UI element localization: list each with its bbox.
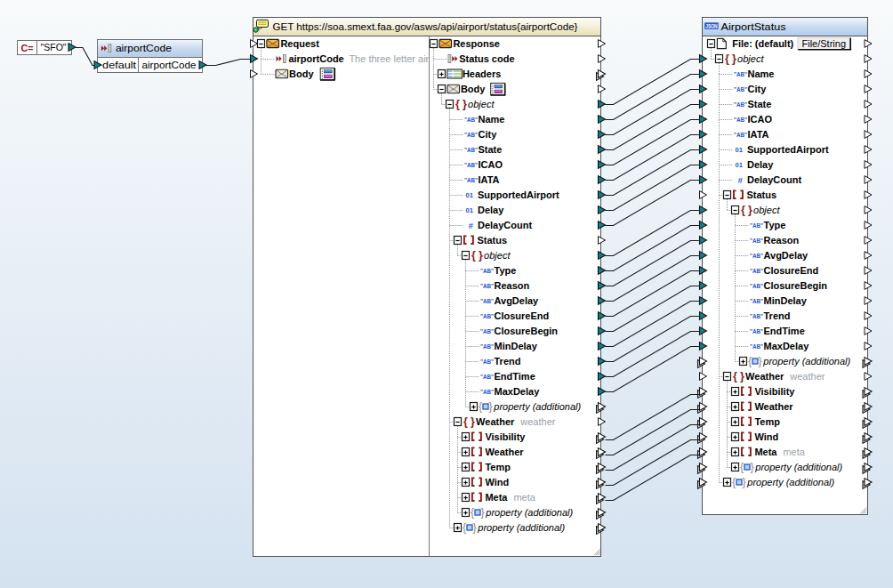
svg-text:EndTime: EndTime [495, 371, 535, 382]
svg-text:"AB": "AB" [480, 312, 494, 320]
svg-text:default: default [102, 60, 136, 70]
svg-text:"AB": "AB" [750, 237, 763, 245]
svg-text:AvgDelay: AvgDelay [764, 250, 809, 261]
svg-text:IATA: IATA [479, 174, 500, 185]
svg-text:"AB": "AB" [750, 252, 763, 260]
svg-text:Wind: Wind [485, 477, 509, 487]
svg-text:property (additional): property (additional) [477, 522, 565, 533]
svg-text:"AB": "AB" [750, 327, 763, 335]
svg-text:{: { [471, 506, 474, 519]
svg-text:Delay: Delay [478, 205, 504, 215]
svg-text:Status code: Status code [459, 53, 514, 64]
svg-text:Wind: Wind [754, 431, 778, 442]
svg-text:{: { [732, 476, 736, 488]
svg-text:ICAO: ICAO [479, 159, 503, 170]
svg-text:01: 01 [466, 191, 474, 199]
svg-text:"AB": "AB" [734, 101, 747, 109]
svg-text:Visibility: Visibility [754, 386, 795, 397]
svg-text:"AB": "AB" [480, 342, 494, 350]
svg-text:"AB": "AB" [750, 267, 763, 275]
svg-text:Trend: Trend [495, 356, 521, 366]
svg-text:IATA: IATA [748, 129, 769, 140]
svg-text:"AB": "AB" [750, 342, 763, 350]
svg-text:"AB": "AB" [480, 267, 494, 275]
svg-text:{: { [463, 521, 466, 534]
svg-text:object: object [484, 250, 511, 261]
svg-text:property (additional): property (additional) [746, 477, 834, 487]
svg-text:AvgDelay: AvgDelay [495, 295, 540, 306]
svg-text:MinDelay: MinDelay [495, 341, 538, 351]
svg-text:"AB": "AB" [734, 85, 747, 93]
svg-text:Temp: Temp [485, 462, 511, 472]
svg-text:"AB": "AB" [480, 388, 494, 396]
svg-text:}: } [751, 461, 754, 473]
svg-text:Reason: Reason [495, 280, 530, 291]
svg-text:object: object [737, 53, 764, 64]
svg-text:"AB": "AB" [734, 70, 747, 78]
svg-text:}: } [479, 249, 483, 262]
svg-text:AirportStatus: AirportStatus [721, 21, 787, 32]
svg-text:}: } [481, 506, 485, 519]
svg-text:property (additional): property (additional) [493, 401, 581, 412]
svg-text:airportCode: airportCode [116, 43, 172, 53]
svg-text:{: { [725, 52, 729, 65]
svg-text:Request: Request [280, 38, 319, 49]
svg-text:Response: Response [453, 38, 500, 49]
svg-text:File: (default): File: (default) [732, 38, 793, 49]
svg-text:object: object [753, 205, 780, 215]
svg-text:Weather: Weather [754, 401, 793, 412]
svg-text:"AB": "AB" [464, 116, 478, 124]
svg-text:"SFO": "SFO" [41, 42, 67, 52]
svg-text:01: 01 [736, 146, 744, 154]
svg-text:MaxDelay: MaxDelay [495, 386, 541, 397]
svg-text:State: State [479, 144, 503, 155]
svg-text:}: } [740, 370, 744, 383]
svg-text:EndTime: EndTime [764, 326, 805, 336]
svg-text:property (additional): property (additional) [485, 507, 573, 518]
svg-text:"AB": "AB" [464, 146, 478, 154]
svg-text:airportCode: airportCode [142, 60, 197, 70]
svg-text:Name: Name [479, 114, 505, 125]
svg-text:Body: Body [289, 68, 314, 79]
svg-text:Trend: Trend [764, 310, 791, 321]
svg-text:"AB": "AB" [480, 373, 494, 381]
svg-text:"AB": "AB" [480, 297, 494, 305]
svg-text:ClosureEnd: ClosureEnd [764, 265, 819, 276]
svg-text:}: } [463, 98, 467, 110]
svg-text:"AB": "AB" [464, 131, 478, 139]
svg-text:ClosureBegin: ClosureBegin [764, 280, 828, 291]
svg-text:Type: Type [764, 220, 786, 230]
svg-text:}: } [473, 521, 477, 534]
svg-text:}: } [489, 400, 493, 413]
svg-text:}: } [748, 204, 752, 216]
svg-text:Weather: Weather [485, 447, 524, 457]
svg-text:Status: Status [477, 235, 507, 246]
svg-text:Headers: Headers [463, 68, 501, 79]
svg-text:Status: Status [746, 189, 776, 200]
svg-text:"AB": "AB" [734, 131, 747, 139]
svg-text:property (additional): property (additional) [762, 356, 850, 366]
svg-text:Type: Type [495, 265, 517, 276]
svg-text:"AB": "AB" [750, 222, 763, 230]
svg-text:{: { [733, 370, 737, 383]
svg-text:Body: Body [461, 84, 486, 94]
svg-text:SupportedAirport: SupportedAirport [747, 144, 829, 155]
svg-text:{: { [455, 98, 460, 110]
svg-text:City: City [479, 129, 498, 140]
svg-text:"AB": "AB" [464, 176, 478, 184]
svg-text:DelayCount: DelayCount [478, 220, 532, 230]
svg-text:C=: C= [21, 43, 34, 53]
svg-text:Temp: Temp [754, 416, 780, 427]
svg-text:{: { [740, 461, 744, 473]
svg-text:DelayCount: DelayCount [747, 174, 801, 185]
svg-text:{: { [463, 415, 468, 428]
svg-text:#: # [738, 175, 744, 185]
svg-text:"AB": "AB" [480, 282, 494, 290]
svg-text:GET https://soa.smext.faa.gov/: GET https://soa.smext.faa.gov/asws/api/a… [273, 21, 578, 32]
svg-text:JSON: JSON [705, 23, 718, 29]
svg-text:"AB": "AB" [734, 116, 747, 124]
svg-text:Visibility: Visibility [485, 431, 526, 442]
svg-text:{: { [471, 249, 476, 262]
svg-text:"AB": "AB" [480, 358, 494, 366]
svg-text:{: { [741, 204, 745, 216]
